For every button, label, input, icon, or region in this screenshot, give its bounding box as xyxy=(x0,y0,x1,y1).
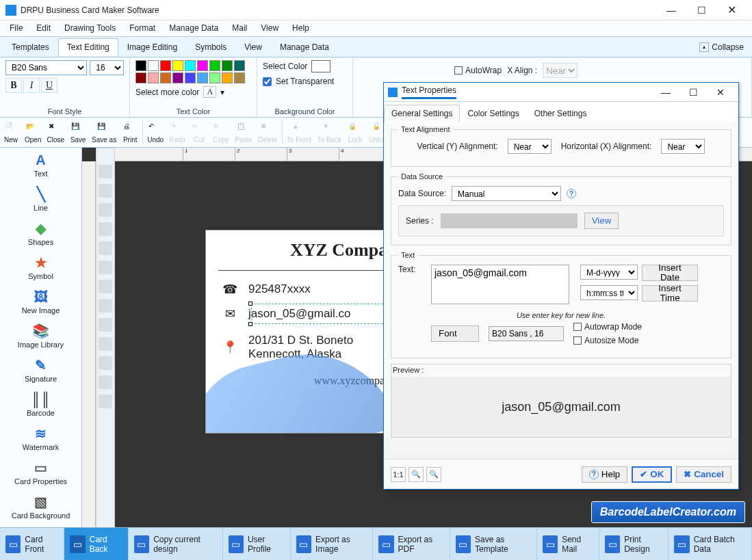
autosize-mode-checkbox[interactable]: Autosize Mode xyxy=(573,336,642,345)
to-back-button[interactable]: ▼To Back xyxy=(314,118,344,147)
bottom-bar-user-profile[interactable]: ▭User Profile xyxy=(223,528,291,560)
bottom-bar-card-batch-data[interactable]: ▭Card Batch Data xyxy=(669,528,752,560)
font-family-select[interactable]: B20 Sans xyxy=(5,60,87,75)
date-format-select[interactable]: M-d-yyyy xyxy=(580,265,638,280)
color-swatch[interactable] xyxy=(135,72,146,83)
save-as-button[interactable]: 💾Save as xyxy=(89,118,119,147)
ribbon-tab-view[interactable]: View xyxy=(235,38,271,56)
cancel-button[interactable]: ✖Cancel xyxy=(676,466,731,483)
side-tool-text[interactable]: AText xyxy=(0,149,81,183)
print-button[interactable]: 🖨Print xyxy=(119,118,141,147)
font-color-button[interactable]: A xyxy=(203,86,216,98)
dialog-titlebar[interactable]: Text Properties — ☐ ✕ xyxy=(384,83,738,102)
dialog-maximize-button[interactable]: ☐ xyxy=(679,87,707,98)
layer-icon[interactable] xyxy=(99,222,112,236)
color-swatch[interactable] xyxy=(135,60,146,71)
text-input[interactable]: jason_05@gmail.com xyxy=(431,265,569,304)
side-tool-line[interactable]: ╲Line xyxy=(0,183,81,217)
color-swatch[interactable] xyxy=(172,72,183,83)
bottom-bar-card-back[interactable]: ▭Card Back xyxy=(64,528,128,560)
ribbon-tab-manage-data[interactable]: Manage Data xyxy=(271,38,338,56)
color-swatch[interactable] xyxy=(185,72,196,83)
insert-time-button[interactable]: Insert Time xyxy=(642,285,698,302)
ribbon-tab-text-editing[interactable]: Text Editing xyxy=(58,38,118,56)
color-swatch[interactable] xyxy=(185,60,196,71)
bottom-bar-export-as-pdf[interactable]: ▭Export as PDF xyxy=(373,528,450,560)
v-align-select[interactable]: Near xyxy=(508,139,552,154)
window-minimize-button[interactable]: — xyxy=(656,1,686,20)
menu-item-format[interactable]: Format xyxy=(122,21,162,36)
new-button[interactable]: 📄New xyxy=(0,118,22,147)
side-tool-barcode[interactable]: ║║Barcode xyxy=(0,388,81,423)
layer-icon[interactable] xyxy=(99,318,112,332)
side-tool-shapes[interactable]: ◆Shapes xyxy=(0,217,81,252)
autowrap-checkbox[interactable]: AutoWrap xyxy=(454,66,502,75)
bottom-bar-export-as-image[interactable]: ▭Export as Image xyxy=(291,528,374,560)
ok-button[interactable]: ✔OK xyxy=(632,466,672,483)
bottom-bar-print-design[interactable]: ▭Print Design xyxy=(599,528,669,560)
x-align-select[interactable]: Near xyxy=(543,63,578,78)
view-button[interactable]: View xyxy=(584,213,619,229)
color-swatch[interactable] xyxy=(148,72,159,83)
layer-icon[interactable] xyxy=(99,356,112,370)
dialog-tab-general-settings[interactable]: General Settings xyxy=(384,105,460,122)
color-swatch[interactable] xyxy=(172,60,183,71)
layer-icon[interactable] xyxy=(99,165,112,178)
undo-button[interactable]: ↶Undo xyxy=(144,118,166,147)
window-close-button[interactable]: ✕ xyxy=(716,1,747,20)
menu-item-edit[interactable]: Edit xyxy=(29,21,57,36)
layer-icon[interactable] xyxy=(99,395,112,408)
close-button[interactable]: ✖Close xyxy=(44,118,67,147)
font-button[interactable]: Font xyxy=(431,325,479,342)
zoom-in-button[interactable]: 🔍 xyxy=(426,467,441,482)
color-swatch[interactable] xyxy=(234,60,245,71)
italic-button[interactable]: I xyxy=(23,78,40,93)
copy-button[interactable]: ⎘Copy xyxy=(210,118,232,147)
open-button[interactable]: 📂Open xyxy=(22,118,44,147)
color-swatch[interactable] xyxy=(222,72,233,83)
bg-color-swatch[interactable] xyxy=(311,60,330,72)
layer-icon[interactable] xyxy=(99,280,112,293)
bottom-bar-save-as-template[interactable]: ▭Save as Template xyxy=(450,528,537,560)
dialog-tab-color-settings[interactable]: Color Settings xyxy=(460,105,526,122)
side-tool-card-background[interactable]: ▧Card Background xyxy=(0,491,81,525)
layer-icon[interactable] xyxy=(99,375,112,389)
window-maximize-button[interactable]: ☐ xyxy=(686,1,716,20)
color-swatch[interactable] xyxy=(209,60,220,71)
dialog-close-button[interactable]: ✕ xyxy=(707,87,734,98)
cut-button[interactable]: ✂Cut xyxy=(188,118,210,147)
menu-item-view[interactable]: View xyxy=(254,21,285,36)
dialog-tab-other-settings[interactable]: Other Settings xyxy=(527,105,595,122)
zoom-out-button[interactable]: 🔍 xyxy=(409,467,424,482)
layer-icon[interactable] xyxy=(99,241,112,255)
side-tool-image-library[interactable]: 📚Image Library xyxy=(0,320,81,354)
bold-button[interactable]: B xyxy=(5,78,22,93)
save-button[interactable]: 💾Save xyxy=(67,118,89,147)
color-swatch[interactable] xyxy=(160,72,171,83)
bottom-bar-card-front[interactable]: ▭Card Front xyxy=(0,528,64,560)
help-button[interactable]: ?Help xyxy=(582,466,627,483)
ribbon-tab-image-editing[interactable]: Image Editing xyxy=(118,38,186,56)
side-tool-signature[interactable]: ✎Signature xyxy=(0,354,81,388)
set-transparent-checkbox[interactable] xyxy=(263,77,272,86)
delete-button[interactable]: ✖Delete xyxy=(255,118,281,147)
layer-icon[interactable] xyxy=(99,299,112,312)
h-align-select[interactable]: Near xyxy=(661,139,705,154)
dialog-minimize-button[interactable]: — xyxy=(652,87,679,98)
side-tool-symbol[interactable]: ★Symbol xyxy=(0,252,81,286)
underline-button[interactable]: U xyxy=(41,78,57,93)
color-swatch[interactable] xyxy=(222,60,233,71)
color-swatch[interactable] xyxy=(209,72,220,83)
font-size-select[interactable]: 16 xyxy=(90,60,124,75)
to-front-button[interactable]: ▲To Front xyxy=(284,118,315,147)
layer-icon[interactable] xyxy=(99,203,112,217)
side-tool-card-properties[interactable]: ▭Card Properties xyxy=(0,457,81,491)
zoom-actual-button[interactable]: 1:1 xyxy=(391,467,406,482)
menu-item-drawing-tools[interactable]: Drawing Tools xyxy=(57,21,122,36)
menu-item-help[interactable]: Help xyxy=(285,21,316,36)
time-format-select[interactable]: h:mm:ss tt xyxy=(580,285,638,300)
menu-item-mail[interactable]: Mail xyxy=(225,21,254,36)
color-swatch[interactable] xyxy=(197,72,208,83)
bottom-bar-copy-current-design[interactable]: ▭Copy current design xyxy=(129,528,223,560)
bottom-bar-send-mail[interactable]: ▭Send Mail xyxy=(537,528,599,560)
